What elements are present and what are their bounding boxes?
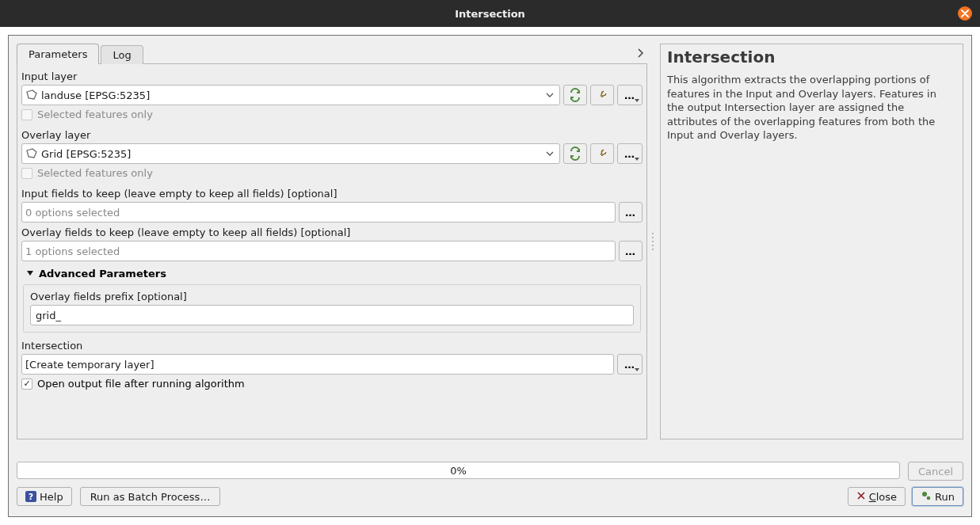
input-fields-label: Input fields to keep (leave empty to kee… [21,185,643,202]
input-selected-only-label: Selected features only [37,108,153,120]
close-button-label: Close [869,491,897,503]
svg-point-0 [922,492,927,496]
input-layer-wrench-button[interactable] [590,85,614,105]
tab-log[interactable]: Log [101,45,143,64]
titlebar[interactable]: Intersection [0,0,980,27]
input-layer-label: Input layer [21,68,643,85]
overlay-prefix-input[interactable]: grid_ [30,305,634,325]
help-button-label: Help [40,491,63,503]
tab-content: Input layer landuse [EPSG:5235] [17,63,647,439]
overlay-layer-wrench-button[interactable] [590,143,614,164]
polygon-layer-icon [25,89,38,101]
window-title: Intersection [455,8,525,20]
ellipsis-icon: … [624,89,635,101]
ellipsis-icon: … [625,245,636,257]
tab-parameters[interactable]: Parameters [17,44,99,64]
input-layer-options-button[interactable]: … [617,85,643,105]
dialog-window: Intersection Parameters Log [0,0,980,525]
splitter-handle[interactable] [647,44,660,439]
overlay-layer-combo[interactable]: Grid [EPSG:5235] [21,143,560,164]
overlay-selected-only-label: Selected features only [37,167,153,179]
left-pane: Parameters Log Input layer [17,44,647,439]
open-output-checkbox[interactable] [21,379,32,390]
overlay-layer-iterate-button[interactable] [563,143,587,164]
advanced-parameters-toggle[interactable]: Advanced Parameters [21,263,643,283]
overlay-fields-display[interactable]: 1 options selected [21,241,616,261]
overlay-selected-only-checkbox [21,168,32,179]
ellipsis-icon: … [624,359,635,371]
output-label: Intersection [21,337,643,354]
open-output-label: Open output file after running algorithm [37,378,245,390]
help-body: This algorithm extracts the overlapping … [667,73,956,143]
run-button-label: Run [935,491,955,503]
cancel-button: Cancel [908,462,963,481]
chevron-down-icon [543,150,556,158]
main-split: Parameters Log Input layer [17,44,963,439]
bottom-button-row: ? Help Run as Batch Process… Close [17,487,963,506]
output-destination-options-button[interactable]: … [617,354,643,375]
run-as-batch-button[interactable]: Run as Batch Process… [80,487,221,506]
chevron-down-icon [543,91,556,99]
ellipsis-icon: … [625,207,636,219]
overlay-fields-label: Overlay fields to keep (leave empty to k… [21,224,643,241]
caret-down-icon [26,268,34,280]
overlay-layer-options-button[interactable]: … [617,143,643,164]
svg-point-1 [927,496,931,500]
advanced-parameters-box: Overlay fields prefix [optional] grid_ [23,284,641,333]
overlay-layer-value: Grid [EPSG:5235] [41,148,543,160]
input-layer-iterate-button[interactable] [563,85,587,105]
input-fields-options-button[interactable]: … [619,202,643,223]
progress-row: 0% Cancel [17,462,963,481]
overlay-layer-label: Overlay layer [21,127,643,143]
progress-bar: 0% [17,462,900,479]
body: Parameters Log Input layer [8,35,972,517]
help-title: Intersection [667,48,956,67]
input-layer-combo[interactable]: landuse [EPSG:5235] [21,85,560,105]
help-button[interactable]: ? Help [17,487,72,506]
run-button[interactable]: Run [912,487,963,506]
output-destination-input[interactable]: [Create temporary layer] [21,354,614,375]
close-icon[interactable] [958,6,972,21]
client-area: Parameters Log Input layer [0,27,980,525]
input-fields-display[interactable]: 0 options selected [21,202,616,223]
overlay-prefix-label: Overlay fields prefix [optional] [30,288,634,305]
close-button[interactable]: Close [848,487,906,506]
tab-bar: Parameters Log [17,44,647,64]
overlay-fields-options-button[interactable]: … [619,241,643,261]
help-pane: Intersection This algorithm extracts the… [660,44,963,439]
input-layer-value: landuse [EPSG:5235] [41,89,543,101]
help-icon: ? [25,491,36,502]
advanced-parameters-header: Advanced Parameters [39,268,166,280]
ellipsis-icon: … [624,148,635,160]
collapse-help-icon[interactable] [635,47,647,59]
close-x-icon [856,491,866,503]
input-selected-only-checkbox [21,109,32,120]
polygon-layer-icon [25,147,38,160]
gears-icon [921,490,932,504]
